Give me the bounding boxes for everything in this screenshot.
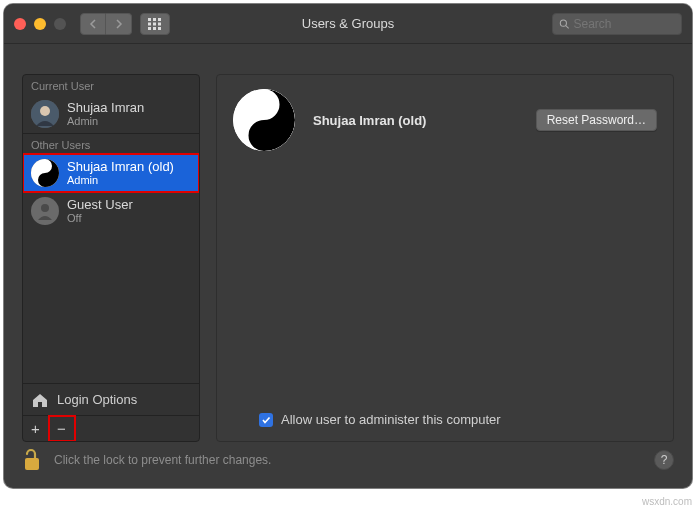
search-field-wrap[interactable]: [552, 13, 682, 35]
home-icon: [31, 392, 49, 408]
check-icon: [261, 415, 271, 425]
svg-rect-2: [158, 18, 161, 21]
user-name-label: Guest User: [67, 198, 133, 212]
user-role-label: Off: [67, 212, 133, 224]
user-name-label: Shujaa Imran (old): [67, 160, 174, 174]
chevron-right-icon: [115, 19, 123, 29]
svg-rect-0: [148, 18, 151, 21]
svg-rect-4: [153, 22, 156, 25]
chevron-left-icon: [89, 19, 97, 29]
reset-password-button[interactable]: Reset Password…: [536, 109, 657, 131]
content-area: Current User Shujaa Imran Admin Other Us…: [4, 44, 692, 428]
login-options-label: Login Options: [57, 392, 137, 407]
watermark: wsxdn.com: [642, 496, 692, 507]
titlebar: Users & Groups: [4, 4, 692, 44]
svg-rect-3: [148, 22, 151, 25]
svg-rect-8: [158, 27, 161, 30]
user-detail-panel: Shujaa Imran (old) Reset Password… Allow…: [216, 74, 674, 442]
user-header: Shujaa Imran (old) Reset Password…: [233, 89, 657, 151]
svg-point-18: [259, 100, 268, 109]
minus-icon: −: [57, 420, 66, 437]
svg-point-12: [40, 106, 50, 116]
close-window-button[interactable]: [14, 18, 26, 30]
svg-point-14: [43, 164, 47, 168]
yinyang-icon: [233, 89, 295, 151]
user-name-label: Shujaa Imran: [67, 101, 144, 115]
user-role-label: Admin: [67, 115, 144, 127]
person-photo-icon: [31, 100, 59, 128]
question-icon: ?: [661, 453, 668, 467]
yinyang-icon: [31, 159, 59, 187]
svg-rect-20: [25, 458, 39, 470]
sidebar-user-other-1[interactable]: Guest User Off: [23, 192, 199, 230]
plus-icon: +: [31, 420, 40, 437]
help-button[interactable]: ?: [654, 450, 674, 470]
add-user-button[interactable]: +: [23, 416, 49, 441]
svg-point-9: [560, 20, 566, 26]
person-icon: [36, 202, 54, 220]
svg-line-10: [566, 25, 569, 28]
lock-hint-text: Click the lock to prevent further change…: [54, 453, 271, 467]
admin-checkbox[interactable]: [259, 413, 273, 427]
add-remove-row: + −: [23, 415, 199, 441]
svg-point-19: [259, 131, 268, 140]
minimize-window-button[interactable]: [34, 18, 46, 30]
search-input[interactable]: [574, 17, 676, 31]
window-controls: [14, 18, 66, 30]
zoom-window-button: [54, 18, 66, 30]
back-button[interactable]: [80, 13, 106, 35]
admin-checkbox-row[interactable]: Allow user to administer this computer: [259, 412, 501, 427]
user-role-label: Admin: [67, 174, 174, 186]
admin-checkbox-label: Allow user to administer this computer: [281, 412, 501, 427]
avatar: [31, 100, 59, 128]
show-all-button[interactable]: [140, 13, 170, 35]
user-avatar-large[interactable]: [233, 89, 295, 151]
svg-rect-1: [153, 18, 156, 21]
preferences-window: Users & Groups Current User Shujaa Imran: [4, 4, 692, 488]
nav-segment: [80, 13, 132, 35]
sidebar-user-current[interactable]: Shujaa Imran Admin: [23, 95, 199, 133]
avatar: [31, 197, 59, 225]
svg-rect-6: [148, 27, 151, 30]
users-sidebar: Current User Shujaa Imran Admin Other Us…: [22, 74, 200, 442]
svg-rect-5: [158, 22, 161, 25]
remove-user-button[interactable]: −: [49, 416, 75, 441]
current-user-header: Current User: [23, 75, 199, 95]
svg-point-15: [43, 178, 47, 182]
login-options-row[interactable]: Login Options: [23, 383, 199, 415]
svg-rect-7: [153, 27, 156, 30]
grid-icon: [148, 18, 162, 30]
avatar: [31, 159, 59, 187]
selected-user-name: Shujaa Imran (old): [313, 113, 518, 128]
search-icon: [559, 18, 570, 30]
svg-point-16: [41, 204, 49, 212]
forward-button[interactable]: [106, 13, 132, 35]
lock-footer: Click the lock to prevent further change…: [22, 442, 674, 478]
other-users-header: Other Users: [23, 134, 199, 154]
lock-icon[interactable]: [22, 448, 42, 472]
sidebar-user-other-0[interactable]: Shujaa Imran (old) Admin: [23, 154, 199, 192]
